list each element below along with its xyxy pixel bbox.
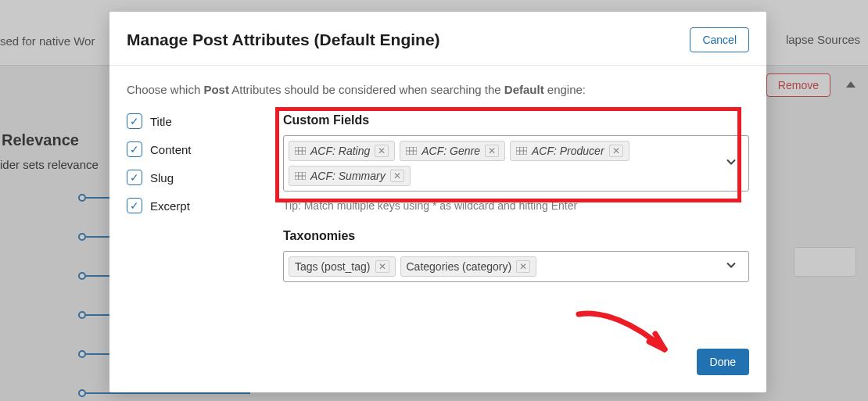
remove-tag-icon[interactable]: ✕	[390, 170, 404, 182]
modal-title: Manage Post Attributes (Default Engine)	[127, 30, 440, 49]
taxonomies-select[interactable]: Tags (post_tag) ✕ Categories (category) …	[283, 251, 749, 282]
tag-label: ACF: Genre	[421, 145, 480, 157]
remove-tag-icon[interactable]: ✕	[609, 145, 623, 157]
checkbox-icon: ✓	[127, 113, 142, 129]
tag-label: Categories (category)	[407, 260, 512, 273]
checkbox-label: Excerpt	[150, 199, 190, 213]
checkbox-icon: ✓	[127, 141, 142, 157]
grid-icon	[295, 172, 306, 180]
checkbox-content[interactable]: ✓ Content	[127, 141, 252, 157]
chevron-down-icon	[726, 157, 737, 170]
checkbox-label: Title	[150, 115, 172, 128]
checkbox-excerpt[interactable]: ✓ Excerpt	[127, 198, 252, 213]
grid-icon	[406, 147, 417, 155]
tag-acf-genre[interactable]: ACF: Genre ✕	[400, 141, 505, 161]
grid-icon	[295, 147, 306, 155]
remove-tag-icon[interactable]: ✕	[375, 260, 389, 273]
manage-attributes-modal: Manage Post Attributes (Default Engine) …	[109, 12, 766, 392]
chevron-down-icon	[726, 260, 737, 274]
checkbox-icon: ✓	[127, 170, 142, 185]
remove-tag-icon[interactable]: ✕	[516, 260, 530, 273]
custom-fields-helper: Tip: Match multiple keys using * as wild…	[283, 199, 749, 212]
grid-icon	[516, 147, 527, 155]
tag-acf-summary[interactable]: ACF: Summary ✕	[289, 166, 411, 186]
page-background: sed for native Wor lapse Sources Remove …	[0, 0, 868, 401]
custom-fields-select[interactable]: ACF: Rating ✕ ACF: Genre ✕ ACF: Producer…	[283, 135, 749, 192]
modal-header: Manage Post Attributes (Default Engine) …	[109, 12, 766, 66]
custom-fields-heading: Custom Fields	[283, 113, 749, 127]
remove-tag-icon[interactable]: ✕	[485, 145, 499, 157]
tag-label: ACF: Summary	[310, 170, 386, 182]
checkbox-icon: ✓	[127, 198, 142, 213]
done-button[interactable]: Done	[697, 349, 749, 375]
tag-tags[interactable]: Tags (post_tag) ✕	[289, 256, 396, 277]
cancel-button[interactable]: Cancel	[690, 27, 749, 52]
tag-acf-producer[interactable]: ACF: Producer ✕	[510, 141, 629, 161]
checkbox-label: Content	[150, 143, 192, 156]
tag-acf-rating[interactable]: ACF: Rating ✕	[289, 141, 395, 161]
tag-label: ACF: Producer	[532, 145, 604, 157]
instruction-text: Choose which Post Attributes should be c…	[127, 83, 749, 96]
checkbox-title[interactable]: ✓ Title	[127, 113, 252, 129]
tag-label: ACF: Rating	[310, 145, 370, 157]
checkbox-slug[interactable]: ✓ Slug	[127, 170, 252, 185]
taxonomies-heading: Taxonomies	[283, 229, 749, 243]
attribute-checkbox-list: ✓ Title ✓ Content ✓ Slug ✓ Excerpt	[127, 113, 252, 282]
tag-label: Tags (post_tag)	[295, 260, 371, 273]
checkbox-label: Slug	[150, 171, 174, 184]
tag-categories[interactable]: Categories (category) ✕	[400, 256, 537, 277]
remove-tag-icon[interactable]: ✕	[375, 145, 389, 157]
annotation-arrow-icon	[571, 306, 688, 377]
